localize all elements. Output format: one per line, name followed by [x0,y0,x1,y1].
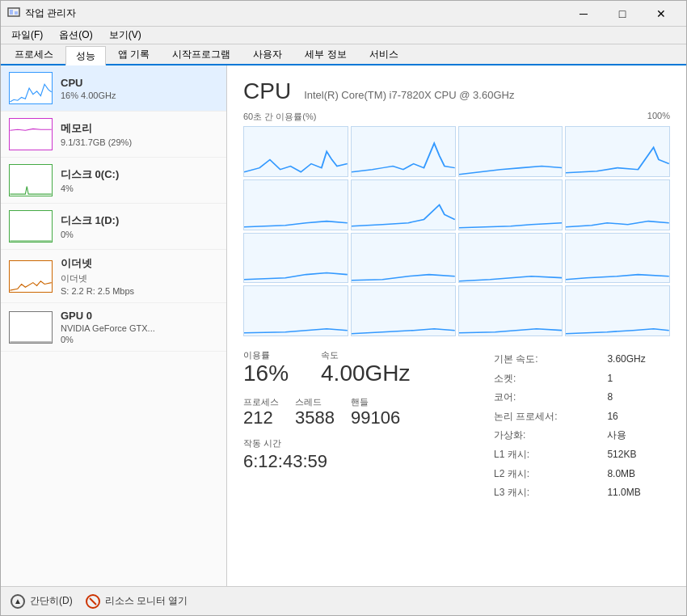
sidebar-item-cpu[interactable]: CPU 16% 4.00GHz [1,65,226,112]
tab-process[interactable]: 프로세스 [4,44,64,64]
cpu-cell-9 [351,233,456,284]
tab-users[interactable]: 사용자 [242,44,293,64]
disk1-sidebar-title: 디스크 1(D:) [61,213,218,228]
speed-label: 속도 [321,349,411,361]
cpu-cell-0 [243,126,348,177]
memory-sidebar-info: 메모리 9.1/31.7GB (29%) [61,121,218,147]
base-speed-value: 3.60GHz [607,351,668,369]
disk0-sidebar-info: 디스크 0(C:) 4% [61,167,218,193]
menu-bar: 파일(F) 옵션(O) 보기(V) [1,27,686,44]
cpu-mini-graph [9,72,53,104]
core-value: 8 [607,389,668,407]
cpu-cell-6 [458,179,563,230]
sidebar-item-disk1[interactable]: 디스크 1(D:) 0% [1,204,226,250]
close-button[interactable]: ✕ [643,2,680,26]
l3-label: L3 캐시: [494,484,605,502]
gpu-sidebar-title: GPU 0 [61,310,218,322]
collapse-button[interactable]: ▲ 간단히(D) [11,594,73,609]
utilization-label: 이용률 [243,349,289,361]
l2-label: L2 캐시: [494,466,605,483]
cpu-cell-3 [565,126,670,177]
collapse-label: 간단히(D) [30,594,73,608]
graph-labels: 60초 간 이용률(%) 100% [243,111,670,123]
ethernet-mini-graph [9,260,53,293]
gpu-mini-graph [9,311,53,344]
cpu-cell-2 [458,126,563,177]
speed-group: 속도 4.00GHz [321,349,411,386]
process-group: 프로세스 212 [243,396,279,428]
tab-services[interactable]: 서비스 [359,44,409,64]
cpu-cell-12 [243,285,348,336]
info-l3: L3 캐시: 11.0MB [494,484,668,502]
sidebar-item-gpu[interactable]: GPU 0 NVIDIA GeForce GTX... 0% [1,303,226,352]
chevron-up-icon: ▲ [11,594,25,609]
tab-details[interactable]: 세부 정보 [294,44,356,64]
sidebar: CPU 16% 4.00GHz 메모리 9.1/31.7GB (29%) [1,65,227,586]
graph-label-right: 100% [647,111,670,123]
cpu-cell-15 [565,285,670,336]
info-table: 기본 속도: 3.60GHz 소켓: 1 코어: 8 논리 프로세서: [492,349,670,504]
resource-monitor-button[interactable]: 리소스 모니터 열기 [86,594,188,609]
info-right: 기본 속도: 3.60GHz 소켓: 1 코어: 8 논리 프로세서: [492,349,670,504]
cpu-cell-5 [351,179,456,230]
title-bar: 작업 관리자 ─ □ ✕ [1,1,686,27]
memory-sidebar-title: 메모리 [61,121,218,136]
info-virt: 가상화: 사용 [494,427,668,445]
cpu-cell-7 [565,179,670,230]
cpu-cell-14 [458,285,563,336]
maximize-button[interactable]: □ [604,2,641,26]
sidebar-item-disk0[interactable]: 디스크 0(C:) 4% [1,158,226,204]
main-panel: CPU Intel(R) Core(TM) i7-7820X CPU @ 3.6… [227,65,686,586]
disk0-mini-graph [9,164,53,196]
uptime-group: 작동 시간 6:12:43:59 [243,437,476,472]
tab-app-history[interactable]: 앱 기록 [107,44,160,64]
virt-value: 사용 [607,427,668,445]
disk0-sidebar-detail: 4% [61,184,218,193]
core-label: 코어: [494,389,605,407]
gpu-sidebar-detail2: 0% [61,335,218,344]
info-base-speed: 기본 속도: 3.60GHz [494,351,668,369]
svg-line-4 [90,598,96,605]
base-speed-label: 기본 속도: [494,351,605,369]
menu-file[interactable]: 파일(F) [4,26,50,44]
cpu-sidebar-info: CPU 16% 4.00GHz [61,77,218,100]
content-area: CPU 16% 4.00GHz 메모리 9.1/31.7GB (29%) [1,65,686,586]
cpu-sidebar-title: CPU [61,77,218,89]
monitor-icon [86,594,100,609]
task-manager-window: 작업 관리자 ─ □ ✕ 파일(F) 옵션(O) 보기(V) 프로세스 성능 앱… [0,0,687,616]
minimize-button[interactable]: ─ [565,2,602,26]
logical-label: 논리 프로세서: [494,408,605,426]
memory-mini-graph [9,118,53,150]
pth-row: 프로세스 212 스레드 3588 핸들 99106 [243,396,476,428]
svg-rect-1 [10,10,13,15]
menu-options[interactable]: 옵션(O) [52,26,99,44]
cpu-cell-10 [458,233,563,284]
virt-label: 가상화: [494,427,605,445]
memory-sidebar-detail: 9.1/31.7GB (29%) [61,137,218,147]
tab-startup[interactable]: 시작프로그램 [162,44,241,64]
menu-view[interactable]: 보기(V) [102,26,149,44]
l2-value: 8.0MB [607,466,668,483]
handle-value: 99106 [351,408,400,428]
disk1-mini-graph [9,210,53,243]
stats-info-container: 이용률 16% 속도 4.00GHz 프로세스 212 [243,349,670,504]
panel-subtitle: Intel(R) Core(TM) i7-7820X CPU @ 3.60GHz [304,89,514,101]
sidebar-item-ethernet[interactable]: 이더넷 이더넷 S: 2.2 R: 2.5 Mbps [1,250,226,303]
panel-header: CPU Intel(R) Core(TM) i7-7820X CPU @ 3.6… [243,78,670,104]
disk1-sidebar-info: 디스크 1(D:) 0% [61,213,218,239]
thread-label: 스레드 [295,396,335,408]
tab-bar: 프로세스 성능 앱 기록 시작프로그램 사용자 세부 정보 서비스 [1,44,686,65]
speed-value: 4.00GHz [321,361,411,386]
app-icon [7,7,20,20]
graph-label-left: 60초 간 이용률(%) [243,111,316,123]
thread-group: 스레드 3588 [295,396,335,428]
sidebar-item-memory[interactable]: 메모리 9.1/31.7GB (29%) [1,112,226,158]
window-title: 작업 관리자 [25,6,565,20]
cpu-cell-1 [351,126,456,177]
tab-performance[interactable]: 성능 [65,46,106,65]
info-socket: 소켓: 1 [494,370,668,388]
cpu-cell-8 [243,233,348,284]
socket-value: 1 [607,370,668,388]
cpu-cell-4 [243,179,348,230]
gpu-sidebar-detail1: NVIDIA GeForce GTX... [61,323,218,333]
